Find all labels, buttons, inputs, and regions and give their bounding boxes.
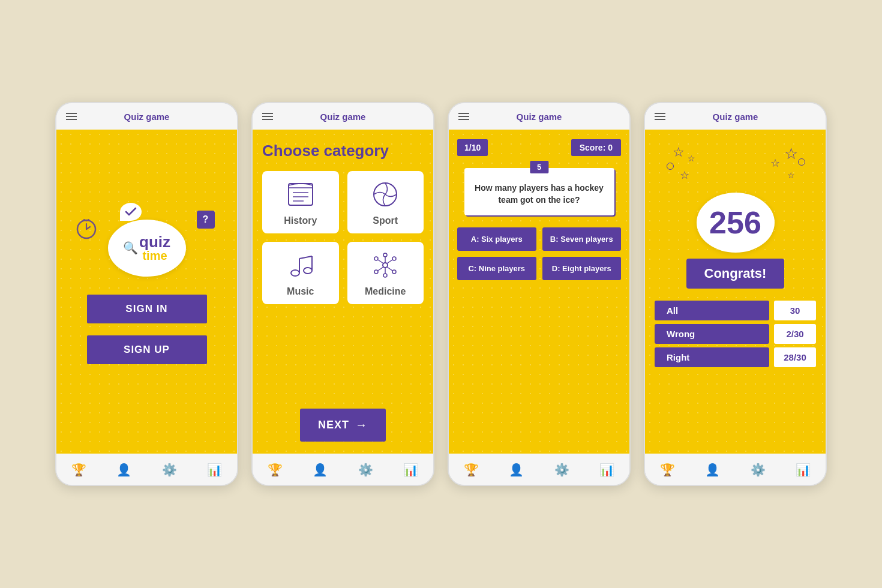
score-badge: Score: 0	[571, 139, 621, 156]
screen1-body: 🔍 quiz time ? SIGN IN SIGN UP	[56, 130, 237, 454]
screens-container: Quiz game	[55, 102, 827, 486]
svg-line-23	[378, 260, 383, 263]
star-icon-3: ☆	[784, 145, 798, 163]
svg-line-15	[299, 256, 312, 259]
choose-category-title: Choose category	[262, 142, 424, 160]
screen1-phone: Quiz game	[55, 102, 238, 486]
svg-point-22	[383, 274, 387, 277]
screen4-bottom-nav: 🏆 👤 ⚙️ 📊	[645, 454, 826, 485]
stat-right-value: 28/30	[774, 347, 816, 367]
gear-icon-2[interactable]: ⚙️	[358, 463, 373, 477]
score-number: 256	[709, 205, 761, 241]
svg-line-25	[378, 267, 383, 271]
svg-point-18	[392, 257, 396, 260]
hamburger-menu-4[interactable]	[655, 113, 665, 120]
star-icon-4: ☆	[770, 157, 780, 170]
trophy-icon-2[interactable]: 🏆	[268, 463, 283, 477]
medicine-icon	[371, 251, 399, 281]
screen3-phone: Quiz game 1/10 Score: 0 5 How many playe…	[448, 102, 631, 486]
question-card: 5 How many players has a hockey team got…	[464, 168, 614, 215]
answer-a[interactable]: A: Six players	[457, 227, 536, 251]
svg-point-19	[374, 270, 378, 274]
sport-label: Sport	[373, 215, 398, 226]
app-title-2: Quiz game	[320, 112, 366, 122]
person-icon-3[interactable]: 👤	[509, 463, 524, 477]
svg-point-11	[291, 270, 299, 276]
screen3-topbar: Quiz game	[449, 103, 629, 130]
screen1-content: 🔍 quiz time ? SIGN IN SIGN UP	[56, 130, 237, 454]
screen4-body: ☆ ☆ ☆ ☆ ☆ ☆ 256 Congrats!	[645, 130, 826, 454]
quiz-logo-area: 🔍 quiz time ?	[108, 220, 186, 277]
hamburger-menu-3[interactable]	[458, 113, 469, 120]
check-bubble-icon	[120, 203, 142, 221]
svg-point-20	[392, 270, 396, 274]
person-icon-2[interactable]: 👤	[313, 463, 328, 477]
question-text: How many players has a hockey team got o…	[473, 182, 606, 206]
congrats-banner: Congrats!	[686, 259, 785, 289]
music-label: Music	[287, 286, 314, 297]
screen3-content: 1/10 Score: 0 5 How many players has a h…	[449, 130, 629, 454]
category-medicine[interactable]: Medicine	[347, 242, 424, 304]
stat-wrong-label: Wrong	[655, 324, 769, 344]
chart-icon-1[interactable]: 📊	[207, 463, 222, 477]
chart-icon-3[interactable]: 📊	[599, 463, 614, 477]
app-title-3: Quiz game	[517, 112, 562, 122]
screen2-topbar: Quiz game	[253, 103, 433, 130]
question-mark-icon: ?	[197, 211, 215, 229]
screen4-content: ☆ ☆ ☆ ☆ ☆ ☆ 256 Congrats!	[645, 130, 826, 454]
signup-button[interactable]: SIGN UP	[87, 335, 207, 364]
gear-icon-3[interactable]: ⚙️	[554, 463, 569, 477]
stat-row-right: Right 28/30	[655, 347, 816, 367]
category-grid: History Sport	[262, 171, 424, 304]
quiz-header-row: 1/10 Score: 0	[457, 139, 621, 156]
trophy-icon-3[interactable]: 🏆	[464, 463, 479, 477]
chart-icon-4[interactable]: 📊	[796, 463, 811, 477]
screen1-topbar: Quiz game	[56, 103, 237, 130]
history-icon	[286, 181, 316, 211]
clock-icon	[75, 217, 98, 245]
svg-rect-5	[289, 184, 313, 205]
circle-icon-1	[667, 163, 674, 170]
hamburger-menu-2[interactable]	[262, 113, 273, 120]
hamburger-menu[interactable]	[66, 113, 77, 120]
screen4-phone: Quiz game ☆ ☆ ☆ ☆ ☆ ☆ 256	[644, 102, 827, 486]
screen2-content: Choose category	[253, 130, 433, 454]
answer-b[interactable]: B: Seven players	[542, 227, 622, 251]
stat-wrong-value: 2/30	[774, 324, 816, 344]
gear-icon-4[interactable]: ⚙️	[751, 463, 766, 477]
screen3-bottom-nav: 🏆 👤 ⚙️ 📊	[449, 454, 629, 485]
next-button[interactable]: NEXT →	[300, 409, 386, 442]
trophy-icon-4[interactable]: 🏆	[660, 463, 675, 477]
answer-d[interactable]: D: Eight players	[542, 257, 622, 280]
trophy-icon-1[interactable]: 🏆	[71, 463, 86, 477]
svg-point-16	[383, 263, 388, 268]
chart-icon-2[interactable]: 📊	[403, 463, 418, 477]
answer-c[interactable]: C: Nine players	[457, 257, 536, 280]
screen2-phone: Quiz game Choose category	[251, 102, 434, 486]
person-icon-4[interactable]: 👤	[705, 463, 720, 477]
svg-point-17	[374, 257, 378, 260]
app-title-4: Quiz game	[713, 112, 758, 122]
question-number: 5	[530, 161, 548, 173]
star-icon-5: ☆	[680, 169, 689, 182]
svg-line-24	[387, 260, 392, 263]
star-icon-6: ☆	[787, 170, 795, 180]
category-music[interactable]: Music	[262, 242, 339, 304]
category-history[interactable]: History	[262, 171, 339, 233]
sport-icon	[371, 181, 399, 211]
star-icon-1: ☆	[673, 145, 685, 160]
svg-point-12	[304, 268, 312, 274]
circle-icon-2	[798, 158, 805, 166]
stat-row-all: All 30	[655, 301, 816, 320]
stat-all-value: 30	[774, 301, 816, 320]
signin-button[interactable]: SIGN IN	[87, 295, 207, 323]
svg-line-26	[387, 267, 392, 271]
screen2-body: Choose category	[253, 130, 433, 454]
quiz-oval: 🔍 quiz time	[108, 220, 186, 277]
gear-icon-1[interactable]: ⚙️	[162, 463, 177, 477]
screen3-body: 1/10 Score: 0 5 How many players has a h…	[449, 130, 629, 454]
medicine-label: Medicine	[365, 286, 406, 297]
category-sport[interactable]: Sport	[347, 171, 424, 233]
person-icon-1[interactable]: 👤	[116, 463, 131, 477]
screen1-bottom-nav: 🏆 👤 ⚙️ 📊	[56, 454, 237, 485]
